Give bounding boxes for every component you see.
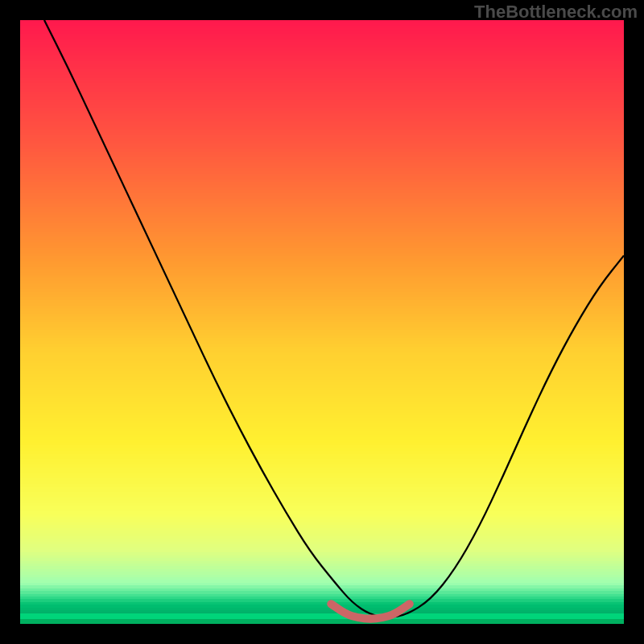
watermark-text: TheBottleneck.com (474, 2, 638, 23)
plot-area (20, 20, 624, 624)
bottleneck-chart: TheBottleneck.com (0, 0, 644, 644)
